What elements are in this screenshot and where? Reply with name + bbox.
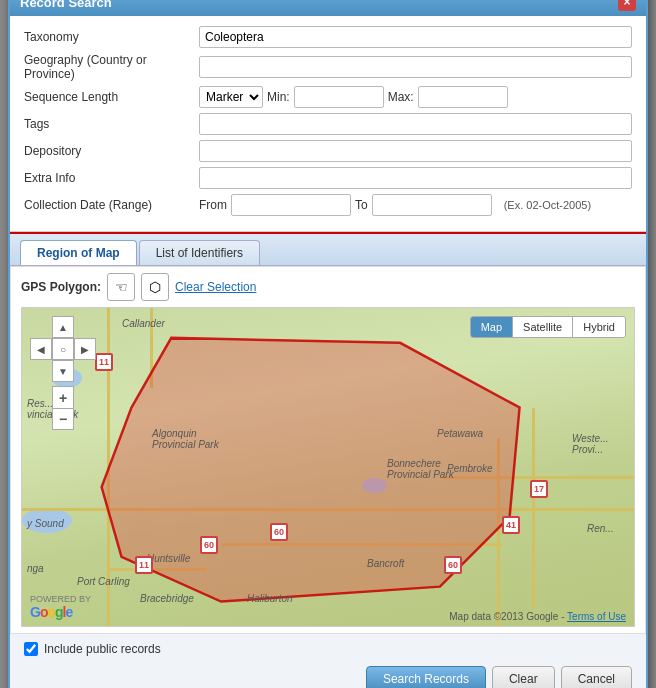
pan-right-button[interactable]: ▶ [74, 338, 96, 360]
date-controls: From To (Ex. 02-Oct-2005) [199, 194, 591, 216]
taxonomy-label: Taxonomy [24, 30, 199, 44]
include-public-checkbox[interactable] [24, 642, 38, 656]
map-footer: Map data ©2013 Google - Terms of Use [449, 611, 626, 622]
zoom-buttons: + − [52, 386, 74, 430]
pan-middle: ◀ ○ ▶ [30, 338, 96, 360]
place-huntsville: Huntsville [147, 553, 190, 564]
place-bonnechere: BonnechereProvincial Park [387, 458, 454, 480]
geography-input[interactable] [199, 56, 632, 78]
place-port-carling: Port Carling [77, 576, 130, 587]
highway-11-north: 11 [95, 353, 113, 371]
tab-list-of-identifiers[interactable]: List of Identifiers [139, 240, 260, 265]
geography-row: Geography (Country or Province) [24, 53, 632, 81]
date-hint: (Ex. 02-Oct-2005) [504, 199, 591, 211]
place-bancroft: Bancroft [367, 558, 404, 569]
place-sound: y Sound [27, 518, 64, 529]
highway-60: 60 [270, 523, 288, 541]
sequence-marker-select[interactable]: Marker [199, 86, 263, 108]
taxonomy-input[interactable] [199, 26, 632, 48]
place-petawawa: Petawawa [437, 428, 483, 439]
pan-down-button[interactable]: ▼ [52, 360, 74, 382]
collection-date-row: Collection Date (Range) From To (Ex. 02-… [24, 194, 632, 216]
nav-controls: ▲ ◀ ○ ▶ ▼ + − [30, 316, 96, 430]
highway-11-south: 11 [135, 556, 153, 574]
google-logo: POWERED BY Google [30, 594, 91, 620]
pan-center-button[interactable]: ○ [52, 338, 74, 360]
cancel-button[interactable]: Cancel [561, 666, 632, 688]
collection-date-label: Collection Date (Range) [24, 198, 199, 212]
include-row: Include public records [24, 642, 632, 656]
place-weste: Weste...Provi... [572, 433, 609, 455]
map-data-text: Map data ©2013 Google - [449, 611, 567, 622]
title-bar: Record Search × [10, 0, 646, 16]
sequence-max-input[interactable] [418, 86, 508, 108]
terms-of-use-link[interactable]: Terms of Use [567, 611, 626, 622]
bottom-section: Include public records Search Records Cl… [10, 634, 646, 688]
clear-selection-link[interactable]: Clear Selection [175, 280, 256, 294]
date-to-input[interactable] [372, 194, 492, 216]
place-bracebridge: Bracebridge [140, 593, 194, 604]
map-controls: GPS Polygon: ☜ ⬡ Clear Selection [21, 273, 635, 301]
tags-row: Tags [24, 113, 632, 135]
min-label: Min: [267, 90, 290, 104]
polygon-tool-button[interactable]: ⬡ [141, 273, 169, 301]
extra-info-input[interactable] [199, 167, 632, 189]
map-container[interactable]: Callander AlgonquinProvincial Park Bonne… [21, 307, 635, 627]
depository-label: Depository [24, 144, 199, 158]
tabs-bar: Region of Map List of Identifiers [10, 232, 646, 266]
map-type-bar: Map Satellite Hybrid [470, 316, 626, 338]
map-type-hybrid[interactable]: Hybrid [573, 317, 625, 337]
sequence-row: Sequence Length Marker Min: Max: [24, 86, 632, 108]
max-label: Max: [388, 90, 414, 104]
date-from-input[interactable] [231, 194, 351, 216]
zoom-out-button[interactable]: − [52, 408, 74, 430]
place-haliburton: Haliburton [247, 593, 293, 604]
from-label: From [199, 198, 227, 212]
highway-60b: 60 [200, 536, 218, 554]
sequence-min-input[interactable] [294, 86, 384, 108]
place-algonquin: AlgonquinProvincial Park [152, 428, 219, 450]
depository-row: Depository [24, 140, 632, 162]
tab-region-of-map[interactable]: Region of Map [20, 240, 137, 265]
search-records-button[interactable]: Search Records [366, 666, 486, 688]
clear-button[interactable]: Clear [492, 666, 555, 688]
form-area: Taxonomy Geography (Country or Province)… [10, 16, 646, 232]
highway-17: 17 [530, 480, 548, 498]
place-ren: Ren... [587, 523, 614, 534]
pan-up-button[interactable]: ▲ [52, 316, 74, 338]
map-type-map[interactable]: Map [471, 317, 513, 337]
include-label: Include public records [44, 642, 161, 656]
button-row: Search Records Clear Cancel [24, 666, 632, 688]
depository-input[interactable] [199, 140, 632, 162]
powered-by-text: POWERED BY Google [30, 594, 91, 620]
place-pembroke: Pembroke [447, 463, 493, 474]
hand-tool-button[interactable]: ☜ [107, 273, 135, 301]
to-label: To [355, 198, 368, 212]
taxonomy-row: Taxonomy [24, 26, 632, 48]
map-section: GPS Polygon: ☜ ⬡ Clear Selection [10, 266, 646, 634]
geography-label: Geography (Country or Province) [24, 53, 199, 81]
extra-info-label: Extra Info [24, 171, 199, 185]
place-nga: nga [27, 563, 44, 574]
zoom-in-button[interactable]: + [52, 386, 74, 408]
close-button[interactable]: × [618, 0, 636, 11]
google-brand: Google [30, 604, 91, 620]
tags-input[interactable] [199, 113, 632, 135]
place-callander: Callander [122, 318, 165, 329]
map-type-satellite[interactable]: Satellite [513, 317, 573, 337]
gps-polygon-label: GPS Polygon: [21, 280, 101, 294]
extra-info-row: Extra Info [24, 167, 632, 189]
tags-label: Tags [24, 117, 199, 131]
highway-60c: 60 [444, 556, 462, 574]
record-search-dialog: Record Search × Taxonomy Geography (Coun… [8, 0, 648, 688]
sequence-controls: Marker Min: Max: [199, 86, 508, 108]
highway-41: 41 [502, 516, 520, 534]
dialog-title: Record Search [20, 0, 112, 10]
pan-left-button[interactable]: ◀ [30, 338, 52, 360]
sequence-label: Sequence Length [24, 90, 199, 104]
